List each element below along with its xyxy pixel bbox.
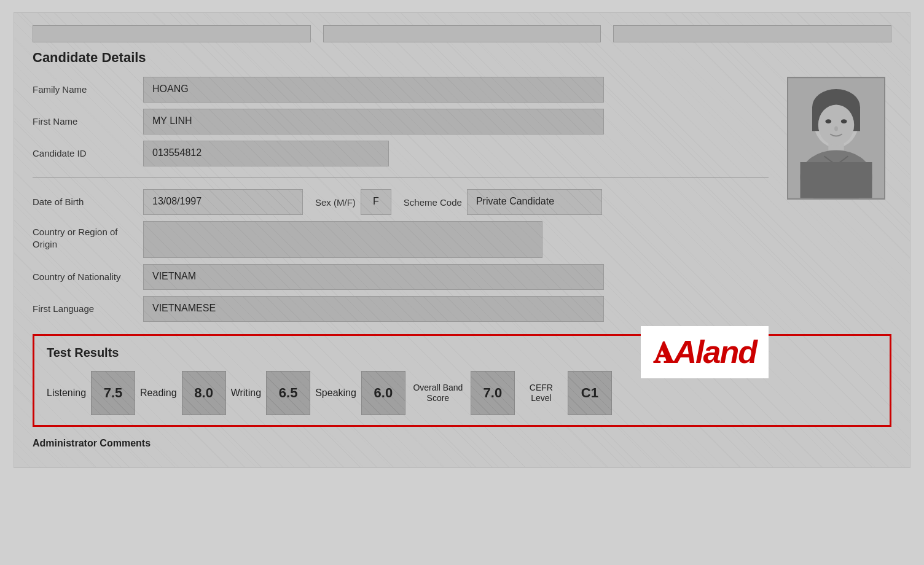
country-nationality-value: VIETNAM (143, 264, 604, 290)
writing-score: 6.5 (266, 371, 310, 415)
first-name-value: MY LINH (143, 109, 604, 134)
divider-1 (33, 177, 769, 178)
candidate-details: Family Name HOANG First Name MY LINH Can… (33, 77, 891, 328)
cefr-score: C1 (568, 371, 612, 415)
test-results-section: Test Results Listening 7.5 Reading 8.0 W… (33, 334, 891, 427)
candidate-photo (787, 77, 885, 200)
test-results-title: Test Results (47, 346, 877, 360)
fields-area: Family Name HOANG First Name MY LINH Can… (33, 77, 769, 328)
country-origin-value (143, 221, 542, 258)
candidate-id-value: 013554812 (143, 141, 389, 166)
cefr-group: CEFR Level C1 (520, 371, 612, 415)
first-name-row: First Name MY LINH (33, 109, 769, 134)
scores-row: Listening 7.5 Reading 8.0 Writing 6.5 Sp… (47, 371, 877, 415)
sex-value: F (361, 189, 391, 215)
reading-score: 8.0 (182, 371, 226, 415)
first-name-label: First Name (33, 115, 143, 128)
speaking-score: 6.0 (361, 371, 405, 415)
overall-group: Overall Band Score 7.0 (410, 371, 515, 415)
country-nationality-row: Country of Nationality VIETNAM (33, 264, 769, 290)
first-language-value: VIETNAMESE (143, 296, 604, 322)
admin-comments-label: Administrator Comments (33, 438, 891, 449)
svg-rect-12 (801, 162, 872, 198)
family-name-row: Family Name HOANG (33, 77, 769, 103)
dob-label: Date of Birth (33, 196, 143, 208)
country-origin-label: Country or Region of Origin (33, 221, 143, 250)
document-container: Candidate Details Family Name HOANG Firs… (14, 12, 910, 468)
overall-score: 7.0 (471, 371, 515, 415)
country-origin-row: Country or Region of Origin (33, 221, 769, 258)
writing-group: Writing 6.5 (231, 371, 311, 415)
family-name-value: HOANG (143, 77, 604, 103)
listening-group: Listening 7.5 (47, 371, 135, 415)
speaking-label: Speaking (315, 388, 356, 399)
first-language-label: First Language (33, 303, 143, 315)
reading-label: Reading (140, 388, 177, 399)
top-box-2 (323, 25, 601, 42)
svg-point-9 (825, 119, 831, 123)
dob-sex-scheme-row: Date of Birth 13/08/1997 Sex (M/F) F Sch… (33, 189, 769, 215)
svg-point-8 (818, 104, 855, 145)
listening-score: 7.5 (91, 371, 135, 415)
top-box-1 (33, 25, 311, 42)
reading-group: Reading 8.0 (140, 371, 226, 415)
sex-label: Sex (M/F) (315, 197, 356, 208)
photo-area (781, 77, 891, 328)
svg-point-10 (841, 119, 847, 123)
overall-label: Overall Band Score (410, 383, 466, 403)
scheme-label: Scheme Code (404, 197, 462, 208)
listening-label: Listening (47, 388, 86, 399)
family-name-label: Family Name (33, 84, 143, 96)
svg-rect-7 (853, 107, 860, 131)
svg-point-11 (834, 127, 838, 131)
section-title: Candidate Details (33, 50, 891, 66)
candidate-id-label: Candidate ID (33, 147, 143, 160)
country-nationality-label: Country of Nationality (33, 271, 143, 283)
candidate-id-row: Candidate ID 013554812 (33, 141, 769, 166)
svg-rect-6 (812, 107, 820, 131)
speaking-group: Speaking 6.0 (315, 371, 405, 415)
dob-value: 13/08/1997 (143, 189, 303, 215)
writing-label: Writing (231, 388, 262, 399)
cefr-label: CEFR Level (520, 383, 563, 403)
top-bar (33, 25, 891, 42)
scheme-value: Private Candidate (467, 189, 602, 215)
first-language-row: First Language VIETNAMESE (33, 296, 769, 322)
top-box-3 (613, 25, 891, 42)
